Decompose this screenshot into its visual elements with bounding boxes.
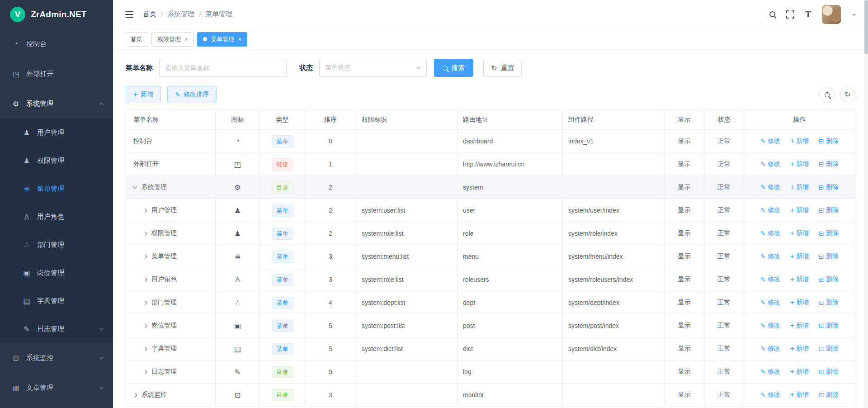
sidebar-item-users[interactable]: 用户管理 [0,119,113,147]
delete-link[interactable]: 删除 [819,275,839,284]
sidebar-item-label: 用户角色 [37,213,64,221]
add-link[interactable]: 新增 [790,391,809,399]
expand-chevron-icon[interactable] [143,255,147,259]
plus-icon [790,207,794,214]
edit-link[interactable]: 修改 [760,206,780,214]
tab-menu-management[interactable]: 菜单管理 [197,32,247,47]
add-link[interactable]: 新增 [790,252,809,261]
type-tag: 菜单 [272,320,293,332]
edit-link[interactable]: 修改 [760,137,780,145]
edit-link[interactable]: 修改 [760,183,780,191]
refresh-button[interactable] [840,87,855,102]
sort-edit-button[interactable]: 修改排序 [167,86,217,103]
page-scrollbar[interactable] [864,0,868,408]
status-value: 正常 [704,314,744,337]
delete-link[interactable]: 删除 [819,345,839,353]
add-link[interactable]: 新增 [790,299,809,307]
delete-link[interactable]: 删除 [819,368,839,376]
sidebar-item-roles[interactable]: 权限管理 [0,147,113,175]
add-link[interactable]: 新增 [790,322,809,330]
add-link[interactable]: 新增 [790,206,809,214]
dashboard-icon [236,137,240,145]
add-link[interactable]: 新增 [790,275,809,284]
edit-link[interactable]: 修改 [760,322,780,330]
expand-chevron-icon[interactable] [143,209,147,213]
scrollbar-thumb[interactable] [864,0,868,54]
delete-link[interactable]: 删除 [819,252,839,261]
edit-link[interactable]: 修改 [760,160,780,168]
edit-link[interactable]: 修改 [760,391,780,399]
sidebar-item-posts[interactable]: 岗位管理 [0,259,113,287]
delete-link[interactable]: 删除 [819,299,839,307]
sidebar-toggle-icon[interactable] [125,11,134,18]
caret-down-icon[interactable] [852,14,856,19]
sidebar-item-system[interactable]: 系统管理 [0,89,113,119]
font-size-icon[interactable] [805,9,811,19]
add-button[interactable]: 新增 [126,86,161,103]
main-area: 首页 / 系统管理 / 菜单管理 首页 权限管理 [113,0,868,408]
add-link[interactable]: 新增 [790,345,809,353]
sidebar-submenu-system: 用户管理 权限管理 菜单管理 用户角色 部门管理 [0,119,113,343]
expand-chevron-icon[interactable] [133,185,137,189]
breadcrumb-item[interactable]: 首页 [143,10,156,19]
search-icon[interactable] [769,11,775,17]
status-value: 正常 [704,384,744,407]
expand-chevron-icon[interactable] [143,347,147,351]
edit-link[interactable]: 修改 [760,252,780,261]
show-search-button[interactable] [819,87,835,102]
expand-chevron-icon[interactable] [143,301,147,305]
close-icon[interactable] [238,36,241,43]
status-select[interactable]: 菜单状态 [319,59,427,77]
perm-value [356,361,458,384]
expand-chevron-icon[interactable] [133,393,137,398]
edit-link[interactable]: 修改 [760,368,780,376]
plus-icon [790,138,794,145]
edit-link[interactable]: 修改 [760,229,780,237]
edit-link[interactable]: 修改 [760,345,780,353]
sidebar-item-logs[interactable]: 日志管理 [0,315,113,343]
delete-link[interactable]: 删除 [819,322,839,330]
user-avatar[interactable] [822,5,841,24]
search-button[interactable]: 搜索 [434,59,473,77]
delete-link[interactable]: 删除 [819,229,839,237]
add-link[interactable]: 新增 [790,368,809,376]
sidebar-item-label: 外部打开 [26,70,53,78]
add-link[interactable]: 新增 [790,183,809,191]
sidebar-item-label: 岗位管理 [37,269,64,277]
menu-name-input[interactable] [159,59,287,77]
tab-home[interactable]: 首页 [125,32,148,47]
expand-chevron-icon[interactable] [143,278,147,282]
delete-link[interactable]: 删除 [819,391,839,399]
breadcrumb-item[interactable]: 系统管理 [167,10,194,19]
expand-chevron-icon[interactable] [143,370,147,375]
breadcrumb-separator: / [161,10,163,18]
fullscreen-icon[interactable] [786,10,794,19]
delete-link[interactable]: 删除 [819,137,839,145]
sidebar-item-articles[interactable]: 文章管理 [0,373,113,403]
sidebar-item-depts[interactable]: 部门管理 [0,231,113,259]
sidebar-item-dicts[interactable]: 字典管理 [0,287,113,315]
delete-link[interactable]: 删除 [819,183,839,191]
reset-button[interactable]: 重置 [483,59,522,77]
route-value: role [458,222,563,245]
add-link[interactable]: 新增 [790,137,809,145]
edit-link[interactable]: 修改 [760,275,780,284]
close-icon[interactable] [184,36,188,43]
delete-link[interactable]: 删除 [819,160,839,168]
sort-value: 5 [305,314,356,337]
add-link[interactable]: 新增 [790,229,809,237]
expand-chevron-icon[interactable] [143,324,147,328]
add-link[interactable]: 新增 [790,160,809,168]
sidebar-item-user-roles[interactable]: 用户角色 [0,203,113,231]
expand-chevron-icon[interactable] [143,232,147,236]
sidebar-item-external[interactable]: 外部打开 [0,59,113,89]
sidebar-item-dashboard[interactable]: 控制台 [0,29,113,59]
sidebar-item-label: 控制台 [26,40,47,48]
breadcrumb-item[interactable]: 菜单管理 [205,10,232,19]
sidebar-item-monitor[interactable]: 系统监控 [0,343,113,373]
app-logo[interactable]: V ZrAdmin.NET [0,0,113,29]
sidebar-item-menus[interactable]: 菜单管理 [0,175,113,203]
delete-link[interactable]: 删除 [819,206,839,214]
tab-role-management[interactable]: 权限管理 [151,32,194,47]
edit-link[interactable]: 修改 [760,299,780,307]
